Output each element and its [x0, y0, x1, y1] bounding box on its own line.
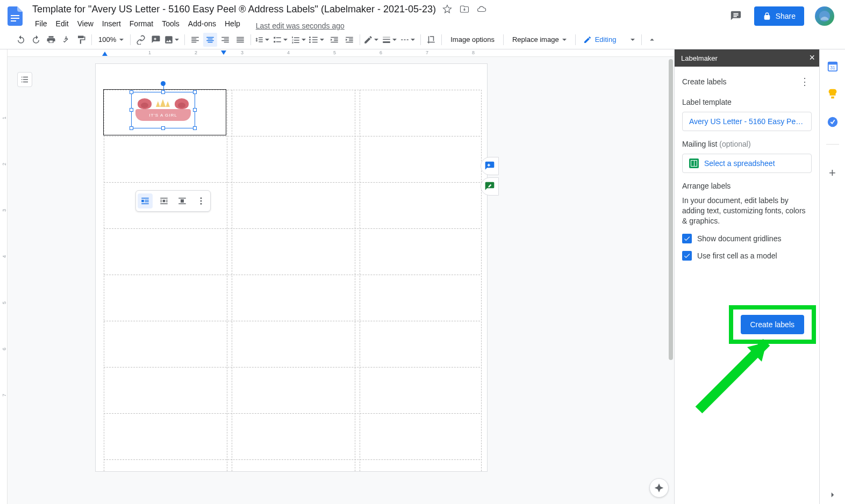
svg-marker-8: [747, 342, 767, 362]
label-template-heading: Label template: [682, 98, 812, 106]
menu-format[interactable]: Format: [126, 17, 157, 30]
last-edit-link[interactable]: Last edit was seconds ago: [256, 21, 345, 30]
insert-image-icon[interactable]: [164, 33, 181, 47]
resize-handle[interactable]: [193, 108, 197, 112]
resize-handle[interactable]: [130, 126, 133, 130]
svg-rect-2: [11, 20, 16, 21]
use-first-cell-checkbox[interactable]: [682, 251, 692, 261]
menu-tools[interactable]: Tools: [158, 17, 183, 30]
align-left-icon[interactable]: [188, 33, 202, 47]
arrange-description: In your document, edit labels by adding …: [682, 196, 812, 226]
use-first-cell-label: Use first cell as a model: [697, 251, 777, 260]
document-canvas[interactable]: IT'S A GIRL: [8, 57, 674, 504]
image-options-button[interactable]: Image options: [445, 33, 500, 47]
editing-mode-select[interactable]: Editing: [579, 33, 638, 47]
resize-handle[interactable]: [161, 126, 165, 130]
doc-title[interactable]: Template for "Avery US Letter - 5160 Eas…: [29, 4, 436, 15]
explore-button[interactable]: [649, 478, 669, 498]
open-comments-icon[interactable]: [726, 6, 746, 26]
svg-point-4: [200, 197, 202, 199]
checklist-icon[interactable]: [273, 33, 290, 47]
menu-insert[interactable]: Insert: [98, 17, 125, 30]
get-addons-icon[interactable]: +: [829, 166, 836, 180]
horizontal-ruler[interactable]: 1 2 3 4 5 6 7 8: [8, 49, 674, 57]
insert-link-icon[interactable]: [134, 33, 148, 47]
move-icon[interactable]: [460, 4, 469, 14]
menu-view[interactable]: View: [74, 17, 97, 30]
bulleted-list-icon[interactable]: [309, 33, 326, 47]
decrease-indent-icon[interactable]: [327, 33, 341, 47]
show-gridlines-checkbox[interactable]: [682, 234, 692, 243]
resize-handle[interactable]: [130, 108, 133, 112]
collapse-toolbar-icon[interactable]: [645, 33, 659, 47]
image-layout-toolbar: [135, 190, 211, 212]
numbered-list-icon[interactable]: [291, 33, 308, 47]
print-icon[interactable]: [44, 33, 58, 47]
selection-box: [131, 92, 195, 128]
calendar-icon[interactable]: 31: [827, 60, 839, 72]
select-spreadsheet-button[interactable]: Select a spreadsheet: [682, 154, 812, 173]
hide-side-panel-icon[interactable]: [828, 490, 837, 500]
vertical-scrollbar[interactable]: [668, 57, 674, 504]
crop-image-icon[interactable]: [424, 33, 438, 47]
zoom-select[interactable]: 100%: [95, 35, 127, 44]
inline-wrap-icon[interactable]: [138, 193, 153, 208]
rotate-handle[interactable]: [161, 81, 166, 86]
spellcheck-icon[interactable]: [59, 33, 73, 47]
align-center-icon[interactable]: [203, 33, 217, 47]
resize-handle[interactable]: [161, 90, 165, 94]
cloud-status-icon[interactable]: [477, 4, 486, 14]
first-label-cell[interactable]: IT'S A GIRL: [103, 89, 226, 135]
svg-rect-1: [11, 18, 19, 19]
svg-line-7: [699, 342, 767, 410]
sheets-icon: [689, 159, 699, 168]
document-outline-toggle[interactable]: [17, 72, 32, 87]
wrap-text-icon[interactable]: [156, 193, 171, 208]
account-avatar[interactable]: [815, 6, 834, 26]
redo-icon[interactable]: [29, 33, 43, 47]
add-comment-icon[interactable]: [149, 33, 163, 47]
menu-help[interactable]: Help: [221, 17, 244, 30]
left-indent-marker[interactable]: [102, 52, 108, 56]
increase-indent-icon[interactable]: [342, 33, 356, 47]
labelmaker-sidebar: Labelmaker × Create labels ⋮ Label templ…: [674, 49, 819, 504]
resize-handle[interactable]: [193, 90, 197, 94]
border-weight-icon[interactable]: [382, 33, 399, 47]
menu-file[interactable]: File: [31, 17, 51, 30]
paint-format-icon[interactable]: [74, 33, 88, 47]
selected-image[interactable]: IT'S A GIRL: [132, 93, 194, 127]
sidebar-more-icon[interactable]: ⋮: [798, 74, 812, 90]
keep-icon[interactable]: [827, 88, 839, 100]
share-label: Share: [776, 12, 796, 20]
break-text-icon[interactable]: [175, 193, 190, 208]
svg-text:31: 31: [830, 66, 835, 70]
align-justify-icon[interactable]: [233, 33, 247, 47]
menu-edit[interactable]: Edit: [52, 17, 73, 30]
resize-handle[interactable]: [193, 126, 197, 130]
image-more-icon[interactable]: [194, 193, 209, 208]
svg-rect-10: [828, 62, 837, 65]
suggest-edits-side-icon[interactable]: [481, 177, 499, 196]
undo-icon[interactable]: [14, 33, 28, 47]
template-selector[interactable]: Avery US Letter - 5160 Easy Peel ®...: [682, 112, 812, 131]
labels-grid: [104, 90, 480, 471]
border-color-icon[interactable]: [363, 33, 381, 47]
star-icon[interactable]: [442, 4, 452, 14]
share-button[interactable]: Share: [754, 6, 804, 26]
create-labels-button[interactable]: Create labels: [741, 315, 805, 334]
first-line-indent-marker[interactable]: [221, 51, 226, 55]
toolbar: 100% Image options Replace image Editing: [0, 30, 845, 49]
border-dash-icon[interactable]: [400, 33, 417, 47]
replace-image-button[interactable]: Replace image: [507, 33, 572, 47]
line-spacing-icon[interactable]: [254, 33, 271, 47]
svg-rect-0: [11, 15, 19, 16]
align-right-icon[interactable]: [218, 33, 232, 47]
close-icon[interactable]: ×: [809, 53, 815, 62]
resize-handle[interactable]: [130, 90, 133, 94]
tasks-icon[interactable]: [827, 116, 839, 128]
menu-addons[interactable]: Add-ons: [184, 17, 220, 30]
create-labels-heading: Create labels: [682, 77, 727, 86]
docs-logo[interactable]: [4, 5, 26, 27]
add-comment-side-icon[interactable]: [481, 157, 499, 175]
side-panel: 31 +: [819, 49, 845, 504]
